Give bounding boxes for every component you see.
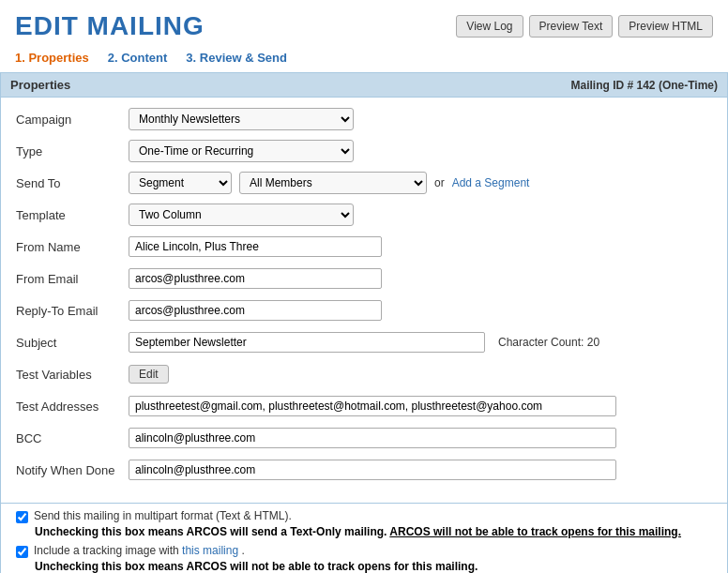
fromname-control bbox=[129, 236, 712, 257]
bcc-input[interactable] bbox=[129, 428, 616, 448]
page-header: EDIT MAILING View Log Preview Text Previ… bbox=[0, 0, 728, 47]
view-log-button[interactable]: View Log bbox=[456, 15, 523, 38]
step-review-send[interactable]: 3. Review & Send bbox=[186, 51, 287, 65]
tracking-link[interactable]: this mailing bbox=[182, 544, 238, 557]
bcc-control bbox=[129, 428, 712, 448]
multipart-warning: Unchecking this box means ARCOS will sen… bbox=[16, 525, 712, 538]
notify-label: Notify When Done bbox=[16, 463, 129, 477]
bcc-label: BCC bbox=[16, 431, 129, 445]
step-properties[interactable]: 1. Properties bbox=[15, 51, 89, 65]
tracking-warning: Unchecking this box means ARCOS will not… bbox=[16, 560, 712, 573]
header-buttons: View Log Preview Text Preview HTML bbox=[456, 15, 713, 38]
fromname-input[interactable] bbox=[129, 236, 382, 257]
multipart-warning-underline: ARCOS will not be able to track opens fo… bbox=[389, 525, 681, 538]
tracking-checkbox[interactable] bbox=[16, 546, 28, 558]
template-control: Two Column One Column Three Column bbox=[129, 204, 712, 226]
testvars-row: Test Variables Edit bbox=[16, 362, 712, 386]
notify-control bbox=[129, 460, 712, 480]
testaddr-input[interactable] bbox=[129, 396, 616, 416]
type-select[interactable]: One-Time or Recurring One-Time Recurring bbox=[129, 140, 354, 162]
section-header: Properties Mailing ID # 142 (One-Time) bbox=[0, 72, 728, 98]
char-count: Character Count: 20 bbox=[498, 336, 599, 349]
testaddr-row: Test Addresses bbox=[16, 394, 712, 418]
sendto-control: Segment List All All Members Active Memb… bbox=[129, 172, 712, 194]
multipart-checkbox-row: Send this mailing in multipart format (T… bbox=[16, 509, 712, 523]
fromname-row: From Name bbox=[16, 234, 712, 259]
tracking-label-after: . bbox=[241, 544, 244, 557]
subject-control: Character Count: 20 bbox=[129, 332, 712, 353]
multipart-checkbox[interactable] bbox=[16, 511, 28, 523]
steps-nav: 1. Properties 2. Content 3. Review & Sen… bbox=[0, 47, 728, 72]
fromname-label: From Name bbox=[16, 240, 129, 254]
notify-row: Notify When Done bbox=[16, 458, 712, 482]
multipart-warning-text: Unchecking this box means ARCOS will sen… bbox=[35, 525, 387, 538]
fromemail-row: From Email bbox=[16, 266, 712, 291]
type-label: Type bbox=[16, 144, 129, 158]
fromemail-input[interactable] bbox=[129, 268, 382, 289]
testvars-edit-button[interactable]: Edit bbox=[129, 365, 169, 384]
testvars-label: Test Variables bbox=[16, 368, 129, 382]
fromemail-control bbox=[129, 268, 712, 289]
testaddr-control bbox=[129, 396, 712, 416]
subject-label: Subject bbox=[16, 336, 129, 350]
tracking-checkbox-row: Include a tracking image with this maili… bbox=[16, 544, 712, 558]
replyto-label: Reply-To Email bbox=[16, 304, 129, 318]
template-label: Template bbox=[16, 208, 129, 222]
type-row: Type One-Time or Recurring One-Time Recu… bbox=[16, 139, 712, 163]
page-title: EDIT MAILING bbox=[15, 11, 205, 41]
fromemail-label: From Email bbox=[16, 272, 129, 286]
preview-html-button[interactable]: Preview HTML bbox=[618, 15, 713, 38]
sendto-type-select[interactable]: Segment List All bbox=[129, 172, 232, 194]
or-text: or bbox=[434, 176, 445, 189]
sendto-label: Send To bbox=[16, 176, 129, 190]
template-select[interactable]: Two Column One Column Three Column bbox=[129, 204, 354, 226]
type-control: One-Time or Recurring One-Time Recurring bbox=[129, 140, 712, 162]
replyto-row: Reply-To Email bbox=[16, 298, 712, 323]
sendto-row: Send To Segment List All All Members Act… bbox=[16, 171, 712, 195]
checkboxes-area: Send this mailing in multipart format (T… bbox=[0, 504, 728, 573]
step-content[interactable]: 2. Content bbox=[108, 51, 168, 65]
bcc-row: BCC bbox=[16, 426, 712, 450]
form-area: Campaign Monthly Newsletters Weekly Upda… bbox=[0, 98, 728, 504]
campaign-select[interactable]: Monthly Newsletters Weekly Updates Speci… bbox=[129, 108, 354, 130]
replyto-control bbox=[129, 300, 712, 321]
testaddr-label: Test Addresses bbox=[16, 400, 129, 414]
sendto-seg-select[interactable]: All Members Active Members New Members bbox=[239, 172, 427, 194]
testvars-control: Edit bbox=[129, 365, 712, 384]
subject-input[interactable] bbox=[129, 332, 485, 353]
subject-row: Subject Character Count: 20 bbox=[16, 330, 712, 354]
tracking-label: Include a tracking image with this maili… bbox=[34, 544, 245, 557]
replyto-input[interactable] bbox=[129, 300, 382, 321]
preview-text-button[interactable]: Preview Text bbox=[529, 15, 614, 38]
multipart-label: Send this mailing in multipart format (T… bbox=[34, 509, 292, 522]
section-title: Properties bbox=[10, 78, 70, 92]
campaign-control: Monthly Newsletters Weekly Updates Speci… bbox=[129, 108, 712, 130]
template-row: Template Two Column One Column Three Col… bbox=[16, 203, 712, 227]
tracking-label-before: Include a tracking image with bbox=[34, 544, 179, 557]
mailing-id: Mailing ID # 142 (One-Time) bbox=[571, 79, 718, 92]
campaign-label: Campaign bbox=[16, 113, 129, 127]
campaign-row: Campaign Monthly Newsletters Weekly Upda… bbox=[16, 107, 712, 131]
add-segment-link[interactable]: Add a Segment bbox=[452, 176, 530, 189]
notify-input[interactable] bbox=[129, 460, 616, 480]
